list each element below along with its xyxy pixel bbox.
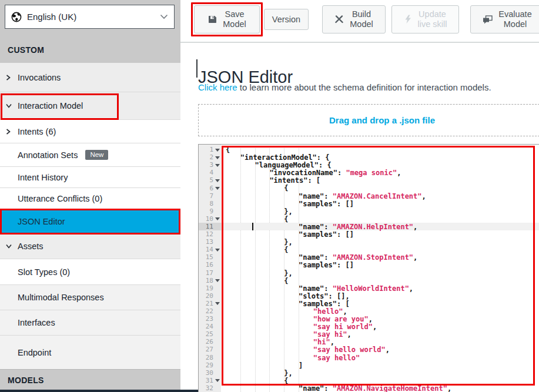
sidebar-item-label: Multimodal Responses — [18, 293, 104, 302]
code-line-25[interactable]: "say hi", — [221, 330, 539, 338]
code-line-16[interactable]: "samples": [] — [221, 261, 539, 269]
save-model-button[interactable]: SaveModel — [194, 5, 260, 33]
button-label-line: Evaluate — [498, 9, 531, 19]
sidebar-item-utterance-conflicts[interactable]: Utterance Conflicts (0) — [0, 187, 180, 209]
sidebar-item-label: Assets — [18, 242, 43, 251]
button-label-line: Model — [350, 19, 373, 29]
line-number-20: 20 — [199, 292, 221, 300]
evaluate-model-button[interactable]: EvaluateModel — [470, 5, 539, 33]
fold-arrow-icon[interactable] — [215, 249, 220, 252]
code-line-12[interactable]: "samples": [] — [221, 230, 539, 238]
fold-arrow-icon[interactable] — [215, 156, 220, 159]
code-line-26[interactable]: "hi", — [221, 338, 539, 346]
line-number-16: 16 — [199, 261, 221, 269]
fold-arrow-icon[interactable] — [215, 187, 220, 190]
sidebar-item-label: Slot Types (0) — [18, 267, 70, 277]
sidebar-item-endpoint[interactable]: Endpoint — [0, 335, 180, 369]
code-line-18[interactable]: { — [221, 277, 539, 284]
save-icon — [207, 15, 217, 24]
update-live-skill-button[interactable]: Updatelive skill — [391, 5, 459, 33]
code-line-10[interactable]: { — [221, 215, 539, 223]
line-number-32: 32 — [199, 384, 221, 392]
code-line-7[interactable]: "name": "AMAZON.CancelIntent", — [221, 192, 539, 200]
code-line-28[interactable]: "say hello" — [221, 354, 539, 361]
line-number-23: 23 — [199, 315, 221, 323]
code-line-1[interactable]: { — [221, 146, 539, 153]
code-line-13[interactable]: }, — [221, 238, 539, 246]
sidebar-item-label: Utterance Conflicts (0) — [18, 194, 102, 203]
sidebar-item-slot-types[interactable]: Slot Types (0) — [0, 259, 180, 284]
fold-arrow-icon[interactable] — [215, 149, 220, 152]
chevron-right-icon — [5, 74, 11, 81]
button-label-line: live skill — [418, 19, 447, 29]
fold-arrow-icon[interactable] — [215, 217, 220, 220]
code-line-4[interactable]: "invocationName": "mega sonic", — [221, 169, 539, 176]
editor-code-area[interactable]: {"interactionModel": {"languageModel": {… — [221, 145, 539, 392]
language-selector-label: English (UK) — [27, 12, 160, 22]
button-label-line: Model — [223, 19, 246, 29]
sidebar-item-json-editor[interactable]: JSON Editor — [0, 209, 180, 233]
sidebar-item-label: Endpoint — [18, 348, 51, 357]
sidebar-item-annotation-sets[interactable]: Annotation SetsNew — [0, 143, 180, 166]
sidebar: English (UK) CUSTOM InvocationsInteracti… — [0, 0, 180, 392]
sidebar-item-multimodal-responses[interactable]: Multimodal Responses — [0, 284, 180, 310]
sidebar-item-invocations[interactable]: Invocations — [0, 63, 180, 92]
sidebar-item-label: Annotation Sets — [18, 150, 78, 160]
code-line-6[interactable]: { — [221, 184, 539, 192]
bottom-edge-strip — [0, 390, 198, 392]
code-line-24[interactable]: "say hi world", — [221, 323, 539, 330]
button-label-line: Model — [504, 19, 527, 29]
fold-arrow-icon[interactable] — [215, 379, 220, 382]
chevron-down-icon — [5, 243, 12, 249]
language-selector[interactable]: English (UK) — [5, 5, 175, 29]
code-line-2[interactable]: "interactionModel": { — [221, 153, 539, 161]
code-line-30[interactable]: }, — [221, 369, 539, 377]
line-number-7: 7 — [199, 192, 221, 200]
code-line-5[interactable]: "intents": [ — [221, 176, 539, 184]
sidebar-item-intents[interactable]: Intents (6) — [0, 119, 180, 143]
click-here-link[interactable]: Click here — [198, 82, 237, 92]
text-cursor — [196, 59, 197, 78]
sidebar-item-interaction-model[interactable]: Interaction Model — [0, 92, 180, 119]
sidebar-item-label: Invocations — [18, 73, 61, 82]
version-button[interactable]: Version — [264, 9, 309, 30]
editor-gutter: 1234567891011121314151617181920212223242… — [199, 145, 221, 392]
code-line-22[interactable]: "hello", — [221, 307, 539, 315]
code-line-31[interactable]: { — [221, 377, 539, 384]
code-line-27[interactable]: "say hello world", — [221, 346, 539, 353]
line-number-15: 15 — [199, 253, 221, 261]
sidebar-item-interfaces[interactable]: Interfaces — [0, 310, 180, 335]
sidebar-item-assets[interactable]: Assets — [0, 233, 180, 259]
code-line-20[interactable]: "slots": [], — [221, 292, 539, 300]
json-code-editor[interactable]: 1234567891011121314151617181920212223242… — [198, 144, 539, 392]
code-line-21[interactable]: "samples": [ — [221, 300, 539, 307]
sidebar-item-intent-history[interactable]: Intent History — [0, 166, 180, 187]
line-number-17: 17 — [199, 269, 221, 277]
json-dropzone[interactable]: Drag and drop a .json file — [198, 104, 539, 136]
editor-caret — [252, 223, 253, 230]
build-model-button[interactable]: BuildModel — [322, 5, 386, 33]
code-line-11[interactable]: "name": "AMAZON.HelpIntent", — [221, 223, 539, 230]
line-number-11: 11 — [199, 223, 221, 230]
code-line-19[interactable]: "name": "HelloWorldIntent", — [221, 284, 539, 292]
fold-arrow-icon[interactable] — [215, 279, 220, 282]
code-line-29[interactable]: ] — [221, 361, 539, 369]
custom-section-header: CUSTOM — [0, 36, 180, 63]
fold-arrow-icon[interactable] — [215, 302, 220, 305]
line-number-1: 1 — [199, 146, 221, 153]
line-number-29: 29 — [199, 361, 221, 369]
language-band: English (UK) — [0, 0, 180, 36]
code-line-3[interactable]: "languageModel": { — [221, 161, 539, 169]
code-line-9[interactable]: }, — [221, 207, 539, 215]
code-line-17[interactable]: }, — [221, 269, 539, 277]
line-number-21: 21 — [199, 300, 221, 307]
code-line-14[interactable]: { — [221, 246, 539, 253]
button-label-line: Version — [272, 15, 300, 25]
fold-arrow-icon[interactable] — [215, 164, 220, 167]
button-label-line: Update — [419, 9, 446, 19]
fold-arrow-icon[interactable] — [215, 179, 220, 182]
code-line-32[interactable]: "name": "AMAZON.NavigateHomeIntent", — [221, 384, 539, 392]
code-line-8[interactable]: "samples": [] — [221, 200, 539, 207]
code-line-15[interactable]: "name": "AMAZON.StopIntent", — [221, 253, 539, 261]
code-line-23[interactable]: "how are you", — [221, 315, 539, 323]
